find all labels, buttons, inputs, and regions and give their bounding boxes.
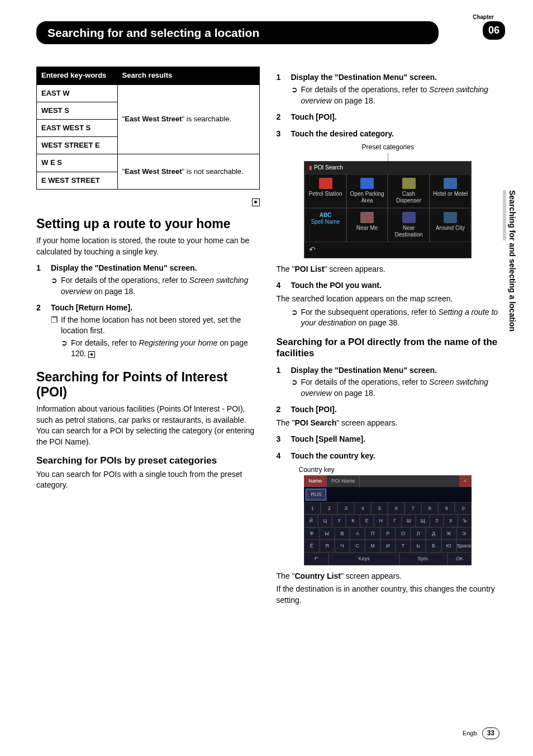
step-number: 1 [36, 263, 51, 274]
kbd-key[interactable]: З [430, 514, 444, 527]
ref-arrow-icon: ➲ [291, 307, 301, 329]
kbd-key[interactable]: Ф [304, 527, 319, 540]
kbd-key[interactable]: Ъ [458, 514, 472, 527]
kw-cell: WEST STREET E [37, 137, 118, 154]
ss-open-parking[interactable]: Open Parking Area [346, 174, 388, 208]
kbd-key[interactable]: К [346, 514, 360, 527]
kbd-key[interactable]: М [365, 540, 380, 552]
country-change-note: If the destination is in another country… [277, 584, 500, 606]
n-step4: Touch the country key. [291, 451, 375, 462]
kbd-key[interactable]: Ш [402, 514, 416, 527]
abc-icon: ABC [306, 212, 345, 219]
kbd-tab-name[interactable]: Name [304, 475, 327, 487]
ss-near-me[interactable]: Near Me [346, 208, 388, 242]
kbd-key[interactable]: 1 [304, 502, 321, 515]
caption-preset: Preset categories [277, 143, 500, 152]
kbd-keys-button[interactable]: Keys [329, 552, 399, 565]
kbd-key[interactable]: 3 [337, 502, 354, 515]
kbd-key[interactable]: Б [426, 540, 441, 552]
kbd-key[interactable]: 8 [421, 502, 438, 515]
kbd-key[interactable]: У [332, 514, 346, 527]
hotel-icon [444, 178, 457, 189]
kw-cell: WEST S [37, 102, 118, 119]
kbd-key[interactable]: Р [380, 527, 396, 540]
ss-petrol-station[interactable]: Petrol Station [304, 174, 346, 208]
kbd-key[interactable]: Г [388, 514, 402, 527]
kbd-key[interactable]: Е [360, 514, 374, 527]
kbd-key[interactable]: Я [320, 540, 335, 552]
step-number: 3 [277, 434, 291, 445]
callout-line [388, 153, 388, 161]
page-title: Searching for and selecting a location [36, 21, 439, 44]
kbd-key[interactable]: Ц [318, 514, 332, 527]
n-step3: Touch [Spell Name]. [291, 434, 366, 445]
kbd-key[interactable]: Л [411, 527, 426, 540]
ss-around-city[interactable]: Around City [430, 208, 472, 242]
step-number: 2 [277, 404, 291, 415]
kbd-key[interactable]: В [335, 527, 350, 540]
poi-intro: Information about various facilities (Po… [36, 404, 260, 447]
kbd-key[interactable]: 6 [388, 502, 404, 515]
kbd-delete-button[interactable]: < [459, 475, 472, 487]
preset-intro: You can search for POIs with a single to… [36, 469, 260, 491]
right-column: 1 Display the "Destination Menu" screen.… [277, 67, 500, 608]
ss-cash-dispenser[interactable]: Cash Dispenser [388, 174, 430, 208]
r-step1-ref: For details of the operations, refer to … [301, 84, 500, 106]
step-number: 4 [277, 451, 291, 462]
side-accent-bar [503, 190, 506, 240]
home-step2-note: If the home location has not been stored… [61, 315, 260, 337]
kbd-key[interactable]: 5 [371, 502, 388, 515]
kbd-key[interactable]: Щ [416, 514, 430, 527]
kbd-key[interactable]: И [380, 540, 396, 552]
kbd-key[interactable]: Ы [320, 527, 335, 540]
kbd-ok-button[interactable]: OK [448, 552, 472, 565]
kbd-key[interactable]: Х [444, 514, 458, 527]
kbd-key[interactable]: О [396, 527, 411, 540]
kbd-key[interactable]: Д [426, 527, 441, 540]
kbd-key[interactable]: 4 [354, 502, 371, 515]
kbd-country-button[interactable]: RUS [306, 489, 326, 500]
kbd-tab-poi-name[interactable]: POI Name [327, 475, 360, 487]
kbd-row-4: ЁЯЧСМИТЬБЮSpace [304, 540, 472, 552]
heading-home-route: Setting up a route to your home [36, 216, 260, 231]
poi-search-appears: The "POI Search" screen appears. [277, 418, 500, 429]
flag-icon [402, 212, 416, 223]
kbd-key[interactable]: 9 [438, 502, 455, 515]
r-step4: Touch the POI you want. [291, 280, 382, 291]
kbd-key[interactable]: П [365, 527, 380, 540]
country-list-appears: The "Country List" screen appears. [277, 571, 500, 582]
poi-list-appears: The "POI List" screen appears. [277, 264, 500, 275]
kbd-key[interactable]: 0 [455, 502, 472, 515]
kbd-key[interactable]: Ж [441, 527, 456, 540]
ref-arrow-icon: ➲ [291, 84, 301, 106]
step-number: 4 [277, 280, 291, 291]
kbd-key[interactable]: Space [456, 540, 472, 552]
ss-spell-name[interactable]: ABCSpell Name [304, 208, 346, 242]
kbd-key[interactable]: С [350, 540, 365, 552]
ss-near-destination[interactable]: Near Destination [388, 208, 430, 242]
kbd-key[interactable]: Й [304, 514, 318, 527]
kbd-key[interactable]: Т [396, 540, 411, 552]
kbd-back-button[interactable]: ↶ [304, 552, 329, 565]
caption-country-key: Country key [299, 465, 500, 475]
ss-back-button[interactable]: ↶ [304, 242, 471, 258]
page-number: 33 [482, 727, 499, 739]
kbd-key[interactable]: Ь [411, 540, 426, 552]
kbd-key[interactable]: 2 [321, 502, 337, 515]
kbd-key[interactable]: Ю [441, 540, 456, 552]
r-step3: Touch the desired category. [291, 129, 394, 140]
keyboard-screenshot: Name POI Name < RUS 1234567890 ЙЦУКЕНГШЩ… [304, 475, 472, 565]
home-intro: If your home location is stored, the rou… [36, 235, 260, 257]
petrol-icon [319, 178, 332, 189]
kbd-key[interactable]: 7 [404, 502, 421, 515]
kbd-key[interactable]: Ё [304, 540, 319, 552]
kbd-key[interactable]: Э [456, 527, 472, 540]
kbd-key[interactable]: Ч [335, 540, 350, 552]
ss-hotel[interactable]: Hotel or Motel [430, 174, 472, 208]
poi-search-screenshot: ▮ POI Search Petrol Station Open Parking… [304, 161, 472, 258]
kbd-key[interactable]: Н [374, 514, 388, 527]
side-section-title: Searching for and selecting a location [506, 190, 517, 332]
kbd-sym-button[interactable]: Sym. [399, 552, 447, 565]
kbd-key[interactable]: А [350, 527, 365, 540]
ref-arrow-icon: ➲ [61, 338, 71, 360]
